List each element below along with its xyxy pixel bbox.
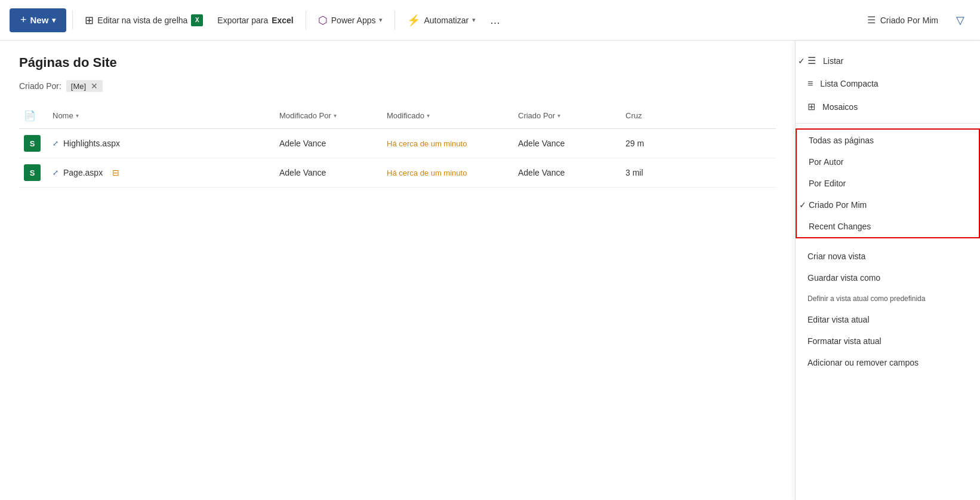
view-option-lista-compacta[interactable]: ≡ Lista Compacta (796, 72, 980, 95)
powerapps-label: Power Apps (331, 16, 376, 25)
criar-nova-vista-label: Criar nova vista (808, 251, 865, 261)
automate-label: Automatizar (424, 16, 469, 25)
guardar-vista-label: Guardar vista como (808, 273, 880, 283)
filter-remove-button[interactable]: ✕ (91, 81, 98, 91)
por-editor-label: Por Editor (809, 179, 846, 188)
modified-by-2: Adele Vance (279, 168, 326, 177)
edit-grid-label: Editar na vista de grelha (97, 16, 187, 25)
th-nome[interactable]: Nome ▾ (48, 109, 275, 122)
toolbar-divider-2 (306, 11, 306, 30)
view-recent-changes[interactable]: Recent Changes (797, 216, 979, 237)
automate-button[interactable]: ⚡ Automatizar ▾ (401, 10, 482, 30)
adicionar-remover-button[interactable]: Adicionar ou remover campos (796, 352, 980, 373)
th-modificado[interactable]: Modificado ▾ (382, 109, 513, 122)
view-por-editor[interactable]: Por Editor (797, 173, 979, 194)
view-selector-button[interactable]: ☰ Criado Por Mim (860, 11, 945, 29)
td-createdby-1: Adele Vance (513, 136, 621, 151)
view-todas-paginas[interactable]: Todas as páginas (797, 130, 979, 151)
td-createdby-2: Adele Vance (513, 165, 621, 180)
automate-chevron-icon: ▾ (472, 16, 476, 24)
todas-paginas-label: Todas as páginas (809, 136, 874, 145)
powerapps-chevron-icon: ▾ (379, 16, 383, 24)
automate-icon: ⚡ (407, 14, 420, 27)
modified-by-1: Adele Vance (279, 139, 326, 148)
th-nome-label: Nome (53, 111, 73, 120)
table-row[interactable]: S ⤢ Page.aspx ⊟ Adele Vance Há cerca de … (19, 158, 776, 188)
expand-icon-2: ⤢ (53, 168, 58, 177)
td-name-1: ⤢ Highlights.aspx (48, 136, 275, 151)
filename-1[interactable]: Highlights.aspx (63, 139, 120, 148)
file-sharepoint-icon-2: S (24, 164, 41, 181)
th-criado-por-label: Criado Por (518, 111, 555, 120)
edit-grid-button[interactable]: ⊞ Editar na vista de grelha X (79, 10, 209, 30)
criar-nova-vista-button[interactable]: Criar nova vista (796, 246, 980, 267)
criado-por-mim-label: Criado Por Mim (809, 200, 867, 210)
view-por-autor[interactable]: Por Autor (797, 151, 979, 173)
new-button[interactable]: + New ▾ (10, 8, 66, 32)
export-label: Exportar para (217, 16, 268, 25)
td-name-2: ⤢ Page.aspx ⊟ (48, 165, 275, 180)
definir-predefinida-label: Definir a vista atual como predefinida (808, 295, 925, 303)
filter-icon[interactable]: ▽ (950, 10, 970, 30)
toolbar-divider-1 (72, 11, 73, 30)
powerapps-button[interactable]: ⬡ Power Apps ▾ (312, 10, 389, 30)
td-extra-1: 29 m (621, 136, 680, 151)
toolbar-divider-3 (395, 11, 395, 30)
powerapps-icon: ⬡ (318, 14, 328, 27)
td-modby-2: Adele Vance (275, 165, 382, 180)
file-sharepoint-icon-1: S (24, 135, 41, 152)
grid-icon: ⊞ (85, 14, 94, 27)
td-icon-1: S (19, 133, 48, 154)
view-listar-label: Listar (823, 56, 843, 66)
list-icon: ☰ (808, 55, 816, 66)
export-excel-button[interactable]: Exportar para Excel (211, 12, 299, 29)
th-modificado-sort-icon: ▾ (427, 112, 430, 119)
filter-tag: [Me] ✕ (66, 80, 103, 92)
th-modificado-por-sort-icon: ▾ (334, 112, 337, 119)
td-modified-1: Há cerca de um minuto (382, 137, 513, 151)
excel-mini-icon: X (191, 14, 203, 26)
th-cruzamento: Cruz (621, 109, 680, 122)
td-modified-2: Há cerca de um minuto (382, 166, 513, 180)
grid-icon-2: ⊞ (808, 101, 815, 112)
th-nome-sort-icon: ▾ (76, 112, 79, 119)
views-outlined-section: Todas as páginas Por Autor Por Editor Cr… (796, 128, 980, 238)
recent-changes-label: Recent Changes (809, 222, 871, 231)
th-criado-por[interactable]: Criado Por ▾ (513, 109, 621, 122)
main-content: Páginas do Site Criado Por: [Me] ✕ 📄 Nom… (0, 41, 980, 500)
toolbar-right: ☰ Criado Por Mim ▽ (860, 10, 970, 30)
more-options-button[interactable]: ... (484, 10, 506, 30)
excel-label: Excel (272, 16, 294, 25)
th-modificado-por-label: Modificado Por (279, 111, 331, 120)
table-row[interactable]: S ⤢ Highlights.aspx Adele Vance Há cerca… (19, 129, 776, 158)
formatar-vista-button[interactable]: Formatar vista atual (796, 330, 980, 352)
definir-predefinida-button[interactable]: Definir a vista atual como predefinida (796, 289, 980, 309)
hamburger-icon: ☰ (867, 14, 876, 26)
view-option-listar[interactable]: ☰ Listar (796, 49, 980, 72)
view-option-mosaicos[interactable]: ⊞ Mosaicos (796, 95, 980, 118)
plus-icon: + (20, 14, 27, 26)
new-chevron-icon: ▾ (52, 16, 56, 24)
filter-label: Criado Por: (19, 81, 61, 91)
por-autor-label: Por Autor (809, 157, 843, 167)
dropdown-panel: ☰ Listar ≡ Lista Compacta ⊞ Mosaicos Tod… (795, 41, 980, 500)
view-selector-label: Criado Por Mim (880, 16, 938, 25)
excel-icon-area: X (191, 14, 203, 26)
created-by-1: Adele Vance (518, 139, 565, 148)
new-button-label: New (30, 15, 49, 25)
actions-section: Criar nova vista Guardar vista como Defi… (796, 243, 980, 376)
view-type-section: ☰ Listar ≡ Lista Compacta ⊞ Mosaicos (796, 41, 980, 124)
compact-list-icon: ≡ (808, 78, 813, 89)
list-area: Páginas do Site Criado Por: [Me] ✕ 📄 Nom… (0, 41, 795, 500)
view-criado-por-mim[interactable]: Criado Por Mim (797, 194, 979, 216)
th-cruzamento-label: Cruz (625, 111, 642, 120)
guardar-vista-button[interactable]: Guardar vista como (796, 267, 980, 289)
th-modificado-por[interactable]: Modificado Por ▾ (275, 109, 382, 122)
page-badge-icon: ⊟ (112, 168, 119, 177)
editar-vista-button[interactable]: Editar vista atual (796, 309, 980, 330)
adicionar-remover-label: Adicionar ou remover campos (808, 358, 919, 367)
page-title: Páginas do Site (19, 55, 776, 70)
td-icon-2: S (19, 162, 48, 183)
filename-2[interactable]: Page.aspx (63, 168, 103, 177)
filter-bar: Criado Por: [Me] ✕ (19, 80, 776, 92)
